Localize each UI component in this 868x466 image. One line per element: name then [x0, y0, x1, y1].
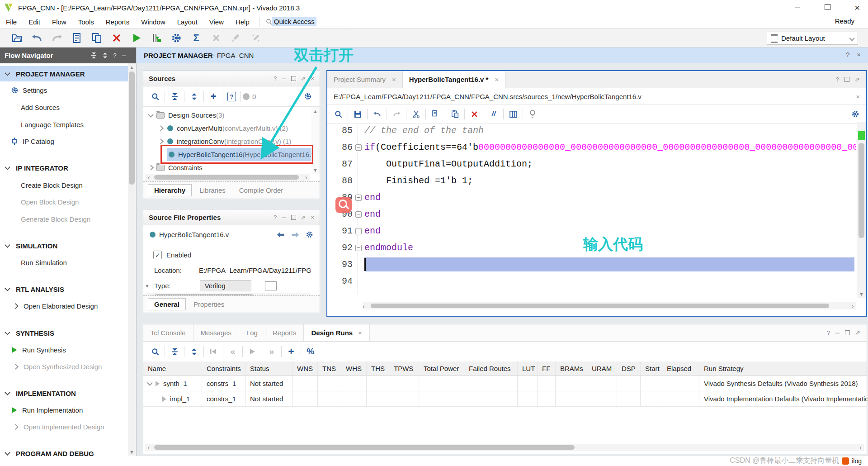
- sidebar-item-rtl-analysis[interactable]: RTL ANALYSIS: [0, 281, 133, 297]
- col-uram[interactable]: URAM: [587, 361, 617, 376]
- sidebar-item-run-simulation[interactable]: Run Simulation: [0, 255, 137, 270]
- minimize-panel-icon[interactable]: ─: [835, 329, 840, 336]
- help-icon[interactable]: ?: [836, 76, 839, 83]
- run-play-icon[interactable]: [156, 381, 160, 386]
- close-tab-icon[interactable]: ×: [392, 76, 396, 83]
- col-run-strategy[interactable]: Run Strategy: [699, 361, 868, 376]
- settings-gear-icon[interactable]: [170, 32, 182, 44]
- col-start[interactable]: Start: [641, 361, 662, 376]
- help-icon[interactable]: ?: [846, 51, 849, 58]
- code-line-93-current[interactable]: 93: [327, 256, 856, 273]
- col-tpws[interactable]: TPWS: [389, 361, 419, 376]
- sidebar-item-create-block-design[interactable]: Create Block Design: [0, 177, 137, 193]
- menu-window[interactable]: Window: [135, 18, 171, 26]
- collapse-all-icon[interactable]: [91, 52, 97, 58]
- run-play-icon[interactable]: [162, 396, 166, 402]
- menu-reports[interactable]: Reports: [100, 18, 136, 26]
- delete-icon[interactable]: [111, 32, 123, 44]
- close-panel-icon[interactable]: ×: [857, 51, 861, 58]
- sidebar-item-program-and-debug[interactable]: PROGRAM AND DEBUG: [0, 446, 133, 456]
- scrollbar-thumb[interactable]: [129, 71, 135, 185]
- maximize-panel-icon[interactable]: [291, 215, 296, 220]
- fold-marker-icon[interactable]: [355, 245, 362, 251]
- close-icon[interactable]: ×: [856, 93, 860, 100]
- scroll-left-icon[interactable]: ‹: [145, 444, 152, 451]
- sigma-icon[interactable]: Σ: [190, 32, 202, 44]
- scroll-down-icon[interactable]: ▼: [128, 448, 136, 456]
- tab-design-runs[interactable]: Design Runs ×: [304, 324, 369, 341]
- help-icon[interactable]: ?: [274, 75, 277, 82]
- open-project-icon[interactable]: [11, 32, 23, 44]
- maximize-button[interactable]: [821, 4, 834, 12]
- col-name[interactable]: Name: [143, 361, 202, 376]
- forward-arrow-icon[interactable]: [291, 232, 299, 238]
- editor-hscrollbar[interactable]: ‹ ›: [363, 302, 856, 309]
- col-brams[interactable]: BRAMs: [556, 361, 587, 376]
- editor-vscrollbar[interactable]: ▼: [857, 122, 866, 298]
- tree-item-design-sources[interactable]: Design Sources (3): [143, 109, 320, 122]
- table-row-synth-1[interactable]: synth_1 constrs_1 Not started Vivado Syn…: [143, 376, 867, 391]
- scrollbar-thumb[interactable]: [154, 445, 575, 450]
- expand-all-icon[interactable]: [189, 346, 199, 357]
- sidebar-item-language-templates[interactable]: Language Templates: [0, 117, 137, 132]
- gear-icon[interactable]: [850, 109, 861, 119]
- minimize-panel-icon[interactable]: ─: [282, 214, 286, 221]
- close-panel-icon[interactable]: ×: [311, 214, 314, 221]
- col-ff[interactable]: FF: [538, 361, 556, 376]
- code-line-94[interactable]: 94: [327, 273, 856, 290]
- scroll-up-icon[interactable]: ▲: [128, 63, 136, 71]
- sidebar-item-project-manager[interactable]: PROJECT MANAGER: [0, 66, 133, 81]
- gear-icon[interactable]: [306, 231, 313, 238]
- scroll-up-icon[interactable]: ▲: [311, 107, 319, 115]
- collapse-all-icon[interactable]: [169, 346, 180, 357]
- tab-project-summary[interactable]: Project Summary ×: [327, 71, 403, 88]
- col-failed-routes[interactable]: Failed Routes: [464, 361, 518, 376]
- tree-item-convlayermulti[interactable]: convLayerMulti (convLayerMulti.v) (2): [143, 122, 320, 135]
- code-line-88[interactable]: 88 Finished =1'b 1;: [327, 172, 856, 189]
- tab-messages[interactable]: Messages: [193, 324, 239, 341]
- col-ths[interactable]: THS: [367, 361, 389, 376]
- add-sources-icon[interactable]: +: [208, 91, 219, 102]
- percent-icon[interactable]: %: [305, 346, 316, 357]
- layout-selector[interactable]: Default Layout: [767, 32, 858, 45]
- search-icon[interactable]: [333, 109, 344, 119]
- tab-libraries[interactable]: Libraries: [193, 185, 231, 196]
- chevron-down-icon[interactable]: [147, 380, 153, 386]
- delete-icon[interactable]: [469, 109, 480, 119]
- scroll-right-icon[interactable]: ›: [849, 302, 856, 309]
- tab-properties[interactable]: Properties: [188, 299, 230, 310]
- scroll-down-icon[interactable]: ▼: [858, 290, 865, 298]
- close-tab-icon[interactable]: ×: [495, 76, 499, 83]
- maximize-panel-icon[interactable]: [844, 77, 849, 82]
- fold-marker-icon[interactable]: [355, 228, 362, 234]
- table-row-impl-1[interactable]: impl_1 constrs_1 Not started Vivado Impl…: [143, 391, 867, 407]
- run-icon[interactable]: [131, 32, 142, 44]
- float-panel-icon[interactable]: ⇗: [301, 75, 306, 82]
- col-dsp[interactable]: DSP: [617, 361, 641, 376]
- columns-icon[interactable]: [508, 109, 519, 119]
- type-spinner[interactable]: [265, 281, 277, 290]
- expand-all-icon[interactable]: [189, 91, 199, 102]
- tab-reports[interactable]: Reports: [265, 324, 304, 341]
- float-panel-icon[interactable]: ⇗: [855, 76, 860, 83]
- collapse-all-icon[interactable]: [169, 91, 180, 102]
- copy-icon[interactable]: [91, 32, 103, 44]
- sidebar-item-settings[interactable]: Settings: [0, 82, 137, 98]
- scroll-down-icon[interactable]: ▼: [143, 282, 151, 290]
- quick-access-search[interactable]: Quick Access: [263, 16, 348, 27]
- scroll-down-icon[interactable]: ▼: [311, 166, 319, 174]
- back-arrow-icon[interactable]: [277, 232, 285, 238]
- col-lut[interactable]: LUT: [518, 361, 538, 376]
- sidebar-item-implementation[interactable]: IMPLEMENTATION: [0, 385, 133, 401]
- menu-flow[interactable]: Flow: [46, 18, 72, 26]
- scrollbar-thumb[interactable]: [859, 143, 864, 238]
- scroll-right-icon[interactable]: ›: [857, 444, 864, 451]
- tab-hyperbolictangent16[interactable]: HyperBolicTangent16.v * ×: [403, 71, 505, 88]
- sidebar-item-open-elaborated-design[interactable]: Open Elaborated Design: [0, 298, 137, 314]
- float-panel-icon[interactable]: ⇗: [301, 214, 306, 221]
- code-area[interactable]: 85 // the end of the tanh 86 if(Coeffici…: [327, 122, 856, 298]
- col-whs[interactable]: WHS: [341, 361, 367, 376]
- paste-icon[interactable]: [449, 109, 460, 119]
- scrollbar-thumb[interactable]: [371, 304, 829, 308]
- code-line-89[interactable]: 89 end: [327, 189, 856, 206]
